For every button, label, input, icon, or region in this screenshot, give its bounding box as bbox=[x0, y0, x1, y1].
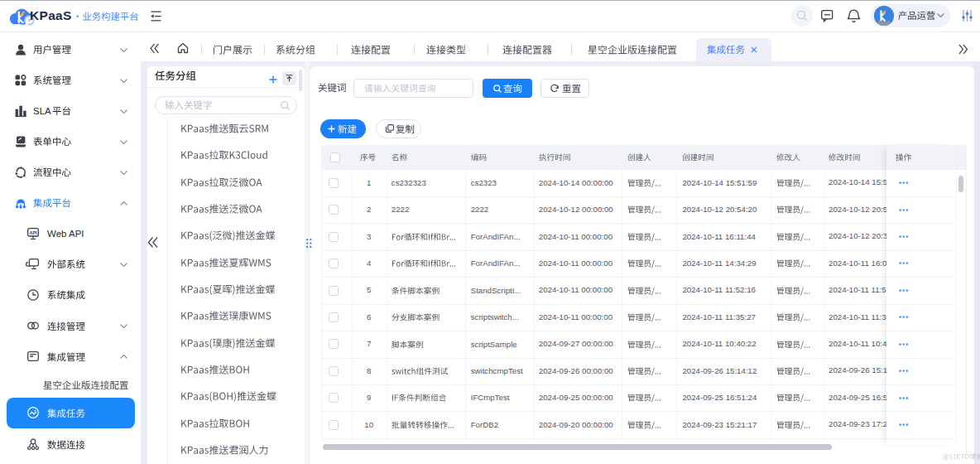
svg-text:API: API bbox=[30, 230, 37, 235]
